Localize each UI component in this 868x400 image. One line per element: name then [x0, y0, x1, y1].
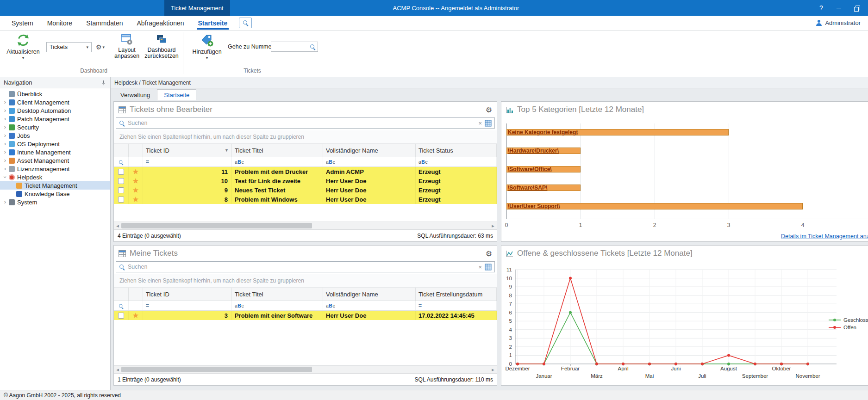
row-checkbox[interactable] [118, 187, 124, 193]
nav-item-client-management[interactable]: ›Client Management [0, 98, 110, 106]
filter-ticket-erstellungsdatum[interactable]: = [416, 301, 497, 310]
nav-item-os-deployment[interactable]: ›OS Deployment [0, 140, 110, 148]
view-settings-button[interactable]: ⚙ ▾ [94, 42, 106, 52]
pin-icon[interactable] [101, 80, 106, 86]
star-icon[interactable]: ★ [133, 312, 139, 319]
column-header-vollstandiger-name[interactable]: Vollständiger Name [323, 144, 416, 157]
scroll-right-arrow[interactable]: ▸ [490, 366, 496, 373]
nav-item-asset-management[interactable]: ›Asset Management [0, 156, 110, 165]
row-checkbox[interactable] [118, 197, 124, 203]
goto-number-input[interactable] [273, 43, 310, 50]
filter-ticket-titel[interactable]: aBc [232, 301, 323, 310]
scrollbar-thumb[interactable] [121, 223, 312, 228]
chevron-right-icon[interactable]: › [2, 149, 8, 155]
scroll-left-arrow[interactable]: ◂ [114, 222, 121, 229]
horizontal-scrollbar[interactable]: ◂ ▸ [114, 365, 497, 373]
search-options-icon[interactable] [485, 264, 492, 271]
nav-item-desktop-automation[interactable]: ›Desktop Automation [0, 106, 110, 115]
column-header-ticket-status[interactable]: Ticket Status [416, 144, 497, 157]
column-header-ticket-erstellungsdatum[interactable]: Ticket Erstellungsdatum [416, 288, 497, 301]
table-row[interactable]: ★10Test für Link die zweiteHerr User Doe… [114, 176, 497, 185]
filter-vollstandiger-name[interactable]: aBc [323, 157, 416, 166]
star-column-header[interactable] [129, 288, 143, 301]
menu-item-stammdaten[interactable]: Stammdaten [79, 16, 130, 31]
chevron-right-icon[interactable]: › [2, 99, 8, 105]
titlebar-document-tab[interactable]: Ticket Management [164, 0, 230, 16]
menu-item-monitore[interactable]: Monitore [40, 16, 79, 31]
horizontal-scrollbar[interactable]: ◂ ▸ [114, 222, 497, 229]
panel-settings-button[interactable]: ⚙ [486, 105, 492, 114]
nav-item-helpdesk[interactable]: ›Helpdesk [0, 173, 110, 181]
row-checkbox[interactable] [118, 313, 124, 319]
nav-item-jobs[interactable]: ›Jobs [0, 131, 110, 140]
nav-item-system[interactable]: ›System [0, 198, 110, 206]
search-input[interactable] [128, 264, 475, 270]
clear-search-icon[interactable]: × [478, 120, 482, 126]
user-badge[interactable]: Administrator [816, 19, 861, 26]
menu-item-system[interactable]: System [5, 16, 40, 31]
chevron-right-icon[interactable]: › [2, 116, 8, 122]
search-icon[interactable] [310, 44, 316, 50]
nav-item-uberblick[interactable]: Überblick [0, 90, 110, 98]
scroll-left-arrow[interactable]: ◂ [114, 366, 121, 373]
menu-item-abfrageaktionen[interactable]: Abfrageaktionen [130, 16, 191, 31]
table-row[interactable]: ★3Problem mit einer SoftwareHerr User Do… [114, 311, 497, 320]
column-header-vollstandiger-name[interactable]: Vollständiger Name [323, 288, 416, 301]
column-header-ticket-id[interactable]: Ticket ID▼ [143, 144, 232, 157]
chevron-right-icon[interactable]: › [2, 141, 8, 147]
nav-item-patch-management[interactable]: ›Patch Management [0, 115, 110, 123]
filter-ticket-status[interactable]: aBc [416, 157, 497, 166]
filter-ticket-id[interactable]: = [143, 301, 232, 310]
chevron-down-icon[interactable]: › [2, 174, 8, 180]
tab-startseite[interactable]: Startseite [157, 89, 196, 100]
chevron-right-icon[interactable]: › [2, 157, 8, 164]
menu-item-startseite[interactable]: Startseite [191, 16, 235, 31]
bar-label[interactable]: \Software\Office\ [506, 166, 552, 172]
dashboard-reset-button[interactable]: Dashboard zurücksetzen [142, 32, 181, 68]
star-icon[interactable]: ★ [133, 178, 139, 184]
nav-item-lizenzmanagement[interactable]: ›Lizenzmanagement [0, 165, 110, 173]
star-icon[interactable]: ★ [133, 168, 139, 175]
bar-label[interactable]: \Hardware\Drucker\ [506, 148, 559, 154]
add-button[interactable]: Hinzufügen ▾ [191, 32, 223, 68]
bar-label[interactable]: Keine Kategorie festgelegt [506, 129, 578, 135]
table-row[interactable]: ★9Neues Test TicketHerr User DoeErzeugt [114, 185, 497, 195]
checkbox-column-header[interactable] [114, 288, 129, 301]
table-row[interactable]: ★11Problem mit dem DruckerAdmin ACMPErze… [114, 167, 497, 176]
view-select[interactable]: Tickets ▾ [46, 42, 92, 52]
star-icon[interactable]: ★ [133, 187, 139, 193]
search-input[interactable] [128, 120, 475, 126]
chevron-right-icon[interactable]: › [2, 124, 8, 130]
scrollbar-thumb[interactable] [121, 367, 312, 372]
checkbox-column-header[interactable] [114, 144, 129, 157]
maximize-button[interactable] [848, 0, 865, 16]
tab-verwaltung[interactable]: Verwaltung [113, 89, 157, 100]
search-options-icon[interactable] [485, 120, 492, 127]
scroll-right-arrow[interactable]: ▸ [490, 222, 496, 229]
layout-button[interactable]: Layout anpassen [112, 32, 142, 68]
filter-vollstandiger-name[interactable]: aBc [323, 301, 416, 310]
nav-item-ticket-management[interactable]: Ticket Management [0, 181, 110, 190]
filter-search-icon[interactable] [114, 157, 129, 166]
star-icon[interactable]: ★ [133, 196, 139, 203]
nav-item-knowledge-base[interactable]: Knowledge Base [0, 190, 110, 198]
table-row[interactable]: ★8Problem mit WindowsHerr User DoeErzeug… [114, 195, 497, 204]
bar-label[interactable]: \User\User Support\ [506, 203, 560, 209]
chevron-right-icon[interactable]: › [2, 107, 8, 114]
row-checkbox[interactable] [118, 178, 124, 184]
chevron-right-icon[interactable]: › [2, 132, 8, 139]
panel-settings-button[interactable]: ⚙ [486, 249, 492, 258]
nav-item-security[interactable]: ›Security [0, 123, 110, 131]
row-checkbox[interactable] [118, 169, 124, 175]
column-header-ticket-titel[interactable]: Ticket Titel [232, 288, 323, 301]
help-button[interactable]: ? [812, 0, 830, 16]
refresh-button[interactable]: Aktualisieren ▾ [5, 32, 42, 68]
bar-label[interactable]: \Software\SAP\ [506, 185, 547, 191]
filter-ticket-titel[interactable]: aBc [232, 157, 323, 166]
clear-search-icon[interactable]: × [478, 264, 482, 270]
column-header-ticket-id[interactable]: Ticket ID [143, 288, 232, 301]
minimize-button[interactable] [830, 0, 848, 16]
filter-search-icon[interactable] [114, 301, 129, 310]
filter-ticket-id[interactable]: = [143, 157, 232, 166]
column-header-ticket-titel[interactable]: Ticket Titel [232, 144, 323, 157]
